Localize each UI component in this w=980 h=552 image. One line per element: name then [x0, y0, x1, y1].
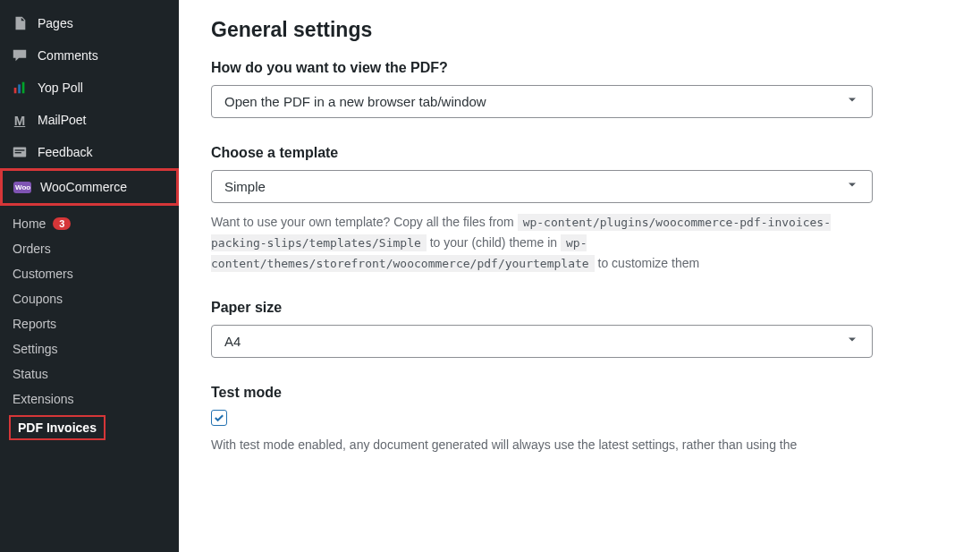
field-paper-size: Paper size A4: [211, 300, 948, 358]
svg-rect-4: [15, 149, 25, 150]
submenu-label: Coupons: [13, 292, 63, 306]
submenu-item-pdf-invoices[interactable]: PDF Invoices: [9, 415, 106, 440]
template-select[interactable]: Simple: [211, 170, 873, 203]
poll-icon: [11, 79, 29, 97]
field-test-mode: Test mode With test mode enabled, any do…: [211, 385, 948, 454]
sidebar-label: MailPoet: [38, 113, 86, 127]
pages-icon: [11, 14, 29, 32]
submenu-label: Customers: [13, 267, 73, 281]
svg-rect-5: [15, 152, 21, 153]
paper-size-select[interactable]: A4: [211, 325, 873, 358]
select-value: A4: [224, 334, 241, 349]
chevron-down-icon: [845, 178, 859, 195]
submenu-item-orders[interactable]: Orders: [0, 236, 179, 261]
mailpoet-icon: M: [11, 111, 29, 129]
feedback-icon: [11, 143, 29, 161]
submenu-label: Home: [13, 217, 46, 231]
select-value: Open the PDF in a new browser tab/window: [224, 94, 486, 109]
page-heading: General settings: [211, 18, 948, 42]
sidebar-item-mailpoet[interactable]: M MailPoet: [0, 104, 179, 136]
sidebar-label: Comments: [38, 48, 98, 63]
submenu-label: Orders: [13, 242, 51, 256]
submenu-label: Settings: [13, 342, 58, 356]
sidebar-item-woocommerce[interactable]: Woo WooCommerce: [0, 168, 179, 206]
field-label: Test mode: [211, 385, 948, 401]
svg-rect-0: [14, 88, 17, 93]
submenu-label: PDF Invoices: [18, 420, 97, 435]
submenu-label: Status: [13, 367, 48, 381]
sidebar-item-pages[interactable]: Pages: [0, 7, 179, 39]
chevron-down-icon: [845, 333, 859, 350]
sidebar-label: Yop Poll: [38, 81, 83, 95]
svg-rect-2: [22, 82, 25, 94]
submenu-item-coupons[interactable]: Coupons: [0, 286, 179, 311]
desc-text: to your (child) theme in: [430, 235, 561, 250]
woocommerce-submenu: Home 3 Orders Customers Coupons Reports …: [0, 206, 179, 446]
sidebar-item-comments[interactable]: Comments: [0, 39, 179, 72]
field-template: Choose a template Simple Want to use you…: [211, 145, 948, 273]
field-label: How do you want to view the PDF?: [211, 60, 948, 76]
svg-rect-1: [18, 84, 21, 93]
submenu-item-extensions[interactable]: Extensions: [0, 386, 179, 412]
sidebar-label: WooCommerce: [40, 180, 127, 194]
submenu-item-reports[interactable]: Reports: [0, 311, 179, 336]
sidebar-label: Pages: [38, 16, 73, 30]
select-value: Simple: [224, 179, 266, 194]
desc-text: Want to use your own template? Copy all …: [211, 215, 518, 229]
comments-icon: [11, 47, 29, 64]
submenu-item-customers[interactable]: Customers: [0, 261, 179, 286]
chevron-down-icon: [845, 93, 859, 110]
field-view-pdf: How do you want to view the PDF? Open th…: [211, 60, 948, 118]
submenu-label: Extensions: [13, 392, 73, 406]
woocommerce-icon: Woo: [13, 178, 31, 196]
view-pdf-select[interactable]: Open the PDF in a new browser tab/window: [211, 85, 873, 118]
template-description: Want to use your own template? Copy all …: [211, 212, 873, 273]
field-label: Paper size: [211, 300, 948, 316]
sidebar-item-yop-poll[interactable]: Yop Poll: [0, 72, 179, 104]
sidebar-item-feedback[interactable]: Feedback: [0, 136, 179, 168]
test-mode-checkbox[interactable]: [211, 410, 227, 426]
submenu-item-home[interactable]: Home 3: [0, 211, 179, 236]
submenu-label: Reports: [13, 317, 56, 331]
badge-count: 3: [53, 217, 71, 230]
field-label: Choose a template: [211, 145, 948, 161]
submenu-item-settings[interactable]: Settings: [0, 336, 179, 361]
desc-text: to customize them: [598, 256, 700, 270]
sidebar-label: Feedback: [38, 145, 92, 159]
submenu-item-status[interactable]: Status: [0, 361, 179, 386]
test-mode-description: With test mode enabled, any document gen…: [211, 435, 873, 454]
